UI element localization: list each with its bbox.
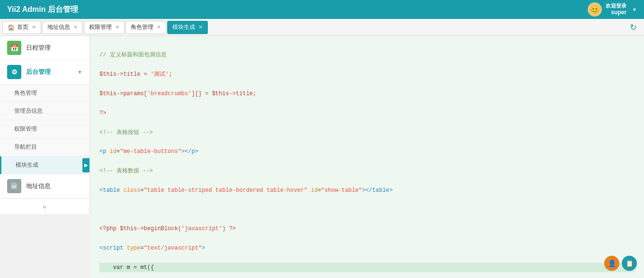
sidebar-module-gen-label: 模块生成 (16, 161, 38, 169)
user-menu[interactable]: 😊 欢迎登录 super ▼ (588, 2, 637, 17)
tab-home-label: 首页 (17, 23, 28, 31)
code-line-9: <?php $this->beginBlock('javascript') ?> (99, 224, 635, 233)
sidebar-address-label: 地址信息 (26, 182, 51, 190)
dropdown-icon[interactable]: ▼ (632, 7, 637, 12)
sidebar-backend-label: 后台管理 (26, 68, 51, 76)
sidebar-item-backend[interactable]: ⚙ 后台管理 ▼ (0, 60, 89, 84)
tab-permission[interactable]: 权限管理 ✕ (84, 21, 125, 34)
sidebar-schedule-label: 日程管理 (26, 44, 51, 52)
code-line-4: <!-- 表格按钮 --> (99, 128, 635, 137)
sidebar-item-schedule[interactable]: 📅 日程管理 (0, 36, 89, 60)
code-line-10: <script type="text/javascript"> (99, 243, 635, 253)
content-area: // 定义标题和面包屑信息 $this->title = '测试'; $this… (90, 36, 644, 278)
greeting: 欢迎登录 (606, 2, 626, 9)
code-line-11: var m = mt({ (99, 263, 635, 272)
sidebar-item-module-gen[interactable]: 模块生成 ▶ (0, 156, 89, 174)
code-editor: // 定义标题和面包屑信息 $this->title = '测试'; $this… (90, 36, 644, 278)
tab-home-close[interactable]: ✕ (32, 24, 36, 30)
username: super (606, 9, 626, 17)
sidebar-item-address[interactable]: 🏛 地址信息 (0, 174, 89, 198)
code-line-2: $this->params['breadcrumbs'][] = $this->… (99, 89, 635, 99)
schedule-icon: 📅 (7, 41, 21, 55)
main-layout: 📅 日程管理 ⚙ 后台管理 ▼ 角色管理 管理员信息 权限管理 (0, 36, 644, 278)
sidebar-item-nav[interactable]: 导航栏目 (0, 138, 89, 156)
bottom-action-1[interactable]: 👤 (604, 256, 619, 271)
tab-permission-close[interactable]: ✕ (115, 24, 119, 30)
code-line-5: <p id="me-table-buttons"></p> (99, 147, 635, 156)
app-title: Yii2 Admin 后台管理 (7, 5, 588, 15)
panel-arrow-indicator[interactable]: ▶ (82, 158, 90, 172)
user-info: 欢迎登录 super (606, 2, 626, 17)
sidebar-role-mgmt-label: 角色管理 (14, 89, 37, 97)
collapse-icon: « (43, 203, 47, 210)
code-line-6: <!-- 表格数据 --> (99, 166, 635, 176)
bottom-action-2[interactable]: 📋 (622, 256, 637, 271)
tab-permission-label: 权限管理 (89, 23, 112, 31)
tabbar: 🏠 首页 ✕ 地址信息 ✕ 权限管理 ✕ 角色管理 ✕ 模块生成 ✕ ↻ (0, 19, 644, 36)
sidebar-item-admin-info[interactable]: 管理员信息 (0, 102, 89, 120)
tab-address[interactable]: 地址信息 ✕ (42, 21, 83, 34)
tab-module-label: 模块生成 (172, 23, 195, 31)
address-icon: 🏛 (7, 179, 21, 193)
tab-role-label: 角色管理 (131, 23, 153, 31)
chevron-down-icon: ▼ (77, 69, 82, 75)
backend-icon: ⚙ (7, 65, 21, 79)
code-line-0: // 定义标题和面包屑信息 (99, 50, 635, 60)
sidebar-item-role-mgmt[interactable]: 角色管理 (0, 84, 89, 102)
code-line-1: $this->title = '测试'; (99, 70, 635, 79)
tab-address-close[interactable]: ✕ (73, 24, 78, 30)
sidebar-admin-info-label: 管理员信息 (14, 107, 43, 115)
sidebar-wrapper: 📅 日程管理 ⚙ 后台管理 ▼ 角色管理 管理员信息 权限管理 (0, 36, 90, 278)
refresh-button[interactable]: ↻ (625, 22, 642, 33)
tab-role-close[interactable]: ✕ (157, 24, 161, 30)
code-line-7: <table class="table table-striped table-… (99, 186, 635, 195)
tab-module-close[interactable]: ✕ (198, 24, 203, 30)
tab-home[interactable]: 🏠 首页 ✕ (2, 21, 41, 34)
code-line-8 (99, 205, 635, 215)
tab-module[interactable]: 模块生成 ✕ (167, 21, 208, 34)
tab-role[interactable]: 角色管理 ✕ (125, 21, 166, 34)
code-line-3: ?> (99, 108, 635, 118)
tab-address-label: 地址信息 (47, 23, 70, 31)
sidebar-collapse-button[interactable]: « (0, 198, 89, 214)
bottom-right-actions: 👤 📋 (604, 256, 637, 271)
sidebar-perm-mgmt-label: 权限管理 (14, 125, 37, 133)
avatar: 😊 (588, 2, 602, 17)
home-icon: 🏠 (8, 24, 15, 31)
app-header: Yii2 Admin 后台管理 😊 欢迎登录 super ▼ (0, 0, 644, 19)
sidebar-item-perm-mgmt[interactable]: 权限管理 (0, 120, 89, 138)
sidebar-sub-backend: 角色管理 管理员信息 权限管理 导航栏目 模块生成 ▶ (0, 84, 89, 174)
sidebar-nav-label: 导航栏目 (14, 143, 37, 151)
sidebar: 📅 日程管理 ⚙ 后台管理 ▼ 角色管理 管理员信息 权限管理 (0, 36, 90, 214)
